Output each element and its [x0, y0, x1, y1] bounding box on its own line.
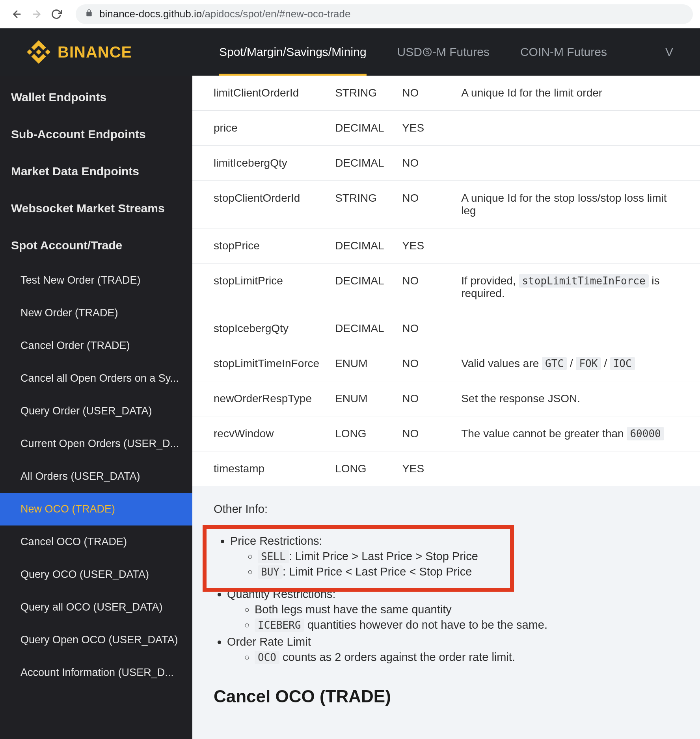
reload-button[interactable]: [47, 4, 66, 24]
table-row: limitClientOrderIdSTRINGNOA unique Id fo…: [192, 76, 700, 111]
parameters-table: limitClientOrderIdSTRINGNOA unique Id fo…: [192, 76, 700, 486]
table-row: newOrderRespTypeENUMNOSet the response J…: [192, 381, 700, 416]
param-mandatory: NO: [394, 346, 453, 381]
param-desc: [453, 228, 700, 264]
table-row: limitIcebergQtyDECIMALNO: [192, 146, 700, 181]
param-type: DECIMAL: [327, 146, 394, 181]
param-type: ENUM: [327, 381, 394, 416]
param-type: STRING: [327, 76, 394, 111]
param-type: DECIMAL: [327, 111, 394, 146]
sidebar-section-spot-account[interactable]: Spot Account/Trade: [0, 227, 192, 264]
sidebar-section-subaccount[interactable]: Sub-Account Endpoints: [0, 116, 192, 153]
topnav-extra: V: [665, 45, 673, 59]
sidebar-section-wallet[interactable]: Wallet Endpoints: [0, 79, 192, 116]
binance-logo-icon: [27, 40, 50, 64]
param-mandatory: NO: [394, 146, 453, 181]
param-name: stopClientOrderId: [192, 181, 327, 228]
param-desc: A unique Id for the limit order: [453, 76, 700, 111]
sidebar-item[interactable]: Query Order (USER_DATA): [0, 395, 192, 427]
forward-button[interactable]: [27, 4, 47, 24]
param-type: LONG: [327, 416, 394, 451]
param-type: ENUM: [327, 346, 394, 381]
sidebar-item-new-oco[interactable]: New OCO (TRADE): [0, 493, 192, 525]
back-button[interactable]: [7, 4, 27, 24]
top-navigation: BINANCE Spot/Margin/Savings/Mining USDS-…: [0, 28, 700, 76]
price-restrictions-highlight: Price Restrictions: SELL: Limit Price > …: [203, 525, 514, 592]
url-path: /apidocs/spot/en/#new-oco-trade: [202, 8, 350, 20]
sidebar-item[interactable]: Cancel Order (TRADE): [0, 329, 192, 362]
table-row: recvWindowLONGNOThe value cannot be grea…: [192, 416, 700, 451]
param-type: LONG: [327, 451, 394, 486]
sidebar-item[interactable]: Cancel OCO (TRADE): [0, 525, 192, 558]
param-desc: Valid values are GTC / FOK / IOC: [453, 346, 700, 381]
param-mandatory: NO: [394, 181, 453, 228]
tab-spot-margin[interactable]: Spot/Margin/Savings/Mining: [219, 28, 367, 76]
binance-logo[interactable]: BINANCE: [27, 40, 132, 64]
order-rate-limit-line: OCO counts as 2 orders against the order…: [255, 651, 679, 664]
cancel-oco-heading: Cancel OCO (TRADE): [192, 668, 700, 706]
price-restriction-sell: SELL: Limit Price > Last Price > Stop Pr…: [258, 550, 503, 563]
sidebar-item[interactable]: Query all OCO (USER_DATA): [0, 591, 192, 624]
lock-icon: [85, 9, 93, 20]
table-row: priceDECIMALYES: [192, 111, 700, 146]
param-name: limitIcebergQty: [192, 146, 327, 181]
sidebar-item[interactable]: Current Open Orders (USER_D...: [0, 427, 192, 460]
param-desc: [453, 451, 700, 486]
param-name: stopIcebergQty: [192, 311, 327, 346]
param-desc: [453, 311, 700, 346]
table-row: timestampLONGYES: [192, 451, 700, 486]
param-mandatory: NO: [394, 264, 453, 311]
sidebar-item[interactable]: Query OCO (USER_DATA): [0, 558, 192, 591]
quantity-restriction-same: Both legs must have the same quantity: [255, 603, 679, 616]
sidebar-item[interactable]: New Order (TRADE): [0, 297, 192, 329]
table-row: stopLimitPriceDECIMALNOIf provided, stop…: [192, 264, 700, 311]
param-mandatory: NO: [394, 381, 453, 416]
sidebar-item[interactable]: Cancel all Open Orders on a Sy...: [0, 362, 192, 395]
quantity-restrictions: Quantity Restrictions: Both legs must ha…: [227, 588, 679, 631]
param-desc: [453, 146, 700, 181]
other-info: Other Info: Price Restrictions: SELL: Li…: [192, 486, 700, 664]
param-desc: Set the response JSON.: [453, 381, 700, 416]
table-row: stopPriceDECIMALYES: [192, 228, 700, 264]
address-bar[interactable]: binance-docs.github.io/apidocs/spot/en/#…: [76, 4, 693, 24]
quantity-restriction-iceberg: ICEBERG quantities however do not have t…: [255, 618, 679, 631]
param-type: DECIMAL: [327, 228, 394, 264]
sidebar-item[interactable]: All Orders (USER_DATA): [0, 460, 192, 493]
logo-text: BINANCE: [58, 43, 132, 61]
param-mandatory: NO: [394, 416, 453, 451]
param-mandatory: YES: [394, 111, 453, 146]
param-mandatory: YES: [394, 451, 453, 486]
other-info-heading: Other Info:: [214, 503, 679, 516]
sidebar: Wallet Endpoints Sub-Account Endpoints M…: [0, 76, 192, 739]
param-name: limitClientOrderId: [192, 76, 327, 111]
param-name: stopPrice: [192, 228, 327, 264]
tab-usds-m-futures[interactable]: USDS-M Futures: [397, 28, 490, 76]
param-desc: A unique Id for the stop loss/stop loss …: [453, 181, 700, 228]
param-mandatory: NO: [394, 76, 453, 111]
param-name: stopLimitTimeInForce: [192, 346, 327, 381]
param-type: STRING: [327, 181, 394, 228]
order-rate-limit: Order Rate Limit OCO counts as 2 orders …: [227, 635, 679, 664]
tab-coin-m-futures[interactable]: COIN-M Futures: [520, 28, 607, 76]
table-row: stopLimitTimeInForceENUMNOValid values a…: [192, 346, 700, 381]
param-mandatory: NO: [394, 311, 453, 346]
param-name: recvWindow: [192, 416, 327, 451]
param-desc: If provided, stopLimitTimeInForce is req…: [453, 264, 700, 311]
param-type: DECIMAL: [327, 264, 394, 311]
topnav-tabs: Spot/Margin/Savings/Mining USDS-M Future…: [219, 28, 673, 76]
table-row: stopIcebergQtyDECIMALNO: [192, 311, 700, 346]
sidebar-item[interactable]: Query Open OCO (USER_DATA): [0, 624, 192, 656]
sidebar-item[interactable]: Account Information (USER_D...: [0, 656, 192, 689]
param-mandatory: YES: [394, 228, 453, 264]
param-name: timestamp: [192, 451, 327, 486]
table-row: stopClientOrderIdSTRINGNOA unique Id for…: [192, 181, 700, 228]
sidebar-section-marketdata[interactable]: Market Data Endpoints: [0, 153, 192, 190]
sidebar-item[interactable]: Test New Order (TRADE): [0, 264, 192, 297]
sidebar-section-websocket[interactable]: Websocket Market Streams: [0, 190, 192, 227]
param-desc: [453, 111, 700, 146]
url-host: binance-docs.github.io: [99, 8, 202, 20]
param-name: stopLimitPrice: [192, 264, 327, 311]
param-type: DECIMAL: [327, 311, 394, 346]
browser-toolbar: binance-docs.github.io/apidocs/spot/en/#…: [0, 0, 700, 28]
param-name: price: [192, 111, 327, 146]
